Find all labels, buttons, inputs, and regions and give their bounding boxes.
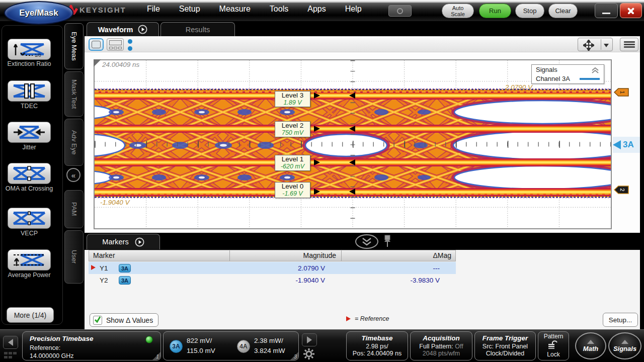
- level-name: Level 1: [275, 155, 310, 163]
- sidebar-tab-mask-test[interactable]: Mask Test: [64, 71, 84, 117]
- gear-icon[interactable]: [303, 348, 315, 360]
- menu-measure[interactable]: Measure: [219, 5, 251, 14]
- play-icon[interactable]: [135, 237, 144, 247]
- measurement-label: Average Power: [0, 272, 58, 279]
- sidebar-collapse-button[interactable]: «: [66, 168, 80, 182]
- level-value: 1.89 V: [275, 99, 310, 106]
- sidebar-tab-adv-eye[interactable]: Adv Eye: [64, 119, 84, 166]
- marker-row-y1[interactable]: Y1 3A 2.0790 V ---: [89, 262, 456, 274]
- stop-button[interactable]: Stop: [515, 4, 544, 18]
- jitter-button[interactable]: [8, 122, 51, 143]
- waveform-toolbar: [85, 36, 640, 52]
- signals-button[interactable]: Signals: [608, 332, 641, 359]
- measurement-label: OMA at Crossing: [0, 185, 58, 192]
- page-grid-icon[interactable]: [4, 352, 17, 359]
- frame-trigger-panel[interactable]: Frame Trigger Src: Front Panel Clock/Div…: [474, 331, 536, 360]
- camera-icon[interactable]: [388, 5, 412, 17]
- open-padlock-icon: [547, 340, 559, 349]
- oma-at-crossing-button[interactable]: [8, 163, 51, 184]
- marker-row-y2[interactable]: Y2 3A -1.9040 V -3.9830 V: [89, 274, 456, 286]
- more-measurements-button[interactable]: More (1/4): [7, 307, 54, 323]
- reference-note-label: = Reference: [355, 315, 389, 322]
- column-magnitude[interactable]: Magnitude: [230, 250, 342, 261]
- minimize-button[interactable]: [595, 3, 618, 18]
- channel-3a-offset: 115.0 mV: [187, 347, 215, 354]
- sidebar-tab-user[interactable]: User: [64, 230, 84, 284]
- show-delta-values-checkbox[interactable]: Show Δ Values: [90, 313, 158, 327]
- pan-tool-button[interactable]: [578, 38, 613, 51]
- frame-trigger-title: Frame Trigger: [475, 334, 535, 342]
- level-value: -1.69 V: [275, 190, 310, 197]
- hamburger-menu-button[interactable]: [620, 38, 638, 51]
- auto-scale-button[interactable]: Auto Scale: [442, 4, 474, 18]
- menu-setup[interactable]: Setup: [179, 5, 200, 14]
- sidebar-tab-pam[interactable]: PAM: [64, 190, 84, 228]
- play-icon[interactable]: [138, 25, 147, 34]
- drag-handle-dot-icon[interactable]: [128, 46, 132, 51]
- move-arrows-icon: [583, 40, 594, 51]
- column-marker[interactable]: Marker: [89, 250, 230, 261]
- status-nav-left-button[interactable]: [3, 336, 18, 349]
- average-power-button[interactable]: [8, 249, 51, 270]
- tab-results[interactable]: Results: [160, 22, 235, 36]
- level-marker-left-icon: [349, 93, 355, 99]
- tab-waveform[interactable]: Waveform: [87, 22, 159, 36]
- pin-button[interactable]: [382, 235, 392, 248]
- vecp-button[interactable]: [8, 208, 51, 229]
- panel-collapse-button[interactable]: [355, 234, 378, 249]
- oma-at-crossing-icon: [13, 166, 46, 181]
- marker-y1-value-label: 2.0790 V: [484, 83, 532, 91]
- channel-badge: 3A: [119, 276, 131, 285]
- math-label: Math: [583, 345, 598, 352]
- menu-tools[interactable]: Tools: [270, 5, 288, 14]
- pattern-lock-panel[interactable]: Pattern Lock: [538, 331, 569, 360]
- close-button[interactable]: [620, 3, 642, 18]
- markers-setup-button[interactable]: Setup...: [603, 313, 638, 327]
- single-view-button[interactable]: [89, 38, 104, 51]
- level-marker-left-icon: [349, 126, 355, 132]
- tdec-button[interactable]: [8, 80, 51, 102]
- column-dmag[interactable]: ΔMag: [342, 250, 455, 261]
- acquisition-panel[interactable]: Acquisition Full Pattern: Off 2048 pts/w…: [410, 331, 472, 360]
- menu-help[interactable]: Help: [345, 5, 362, 14]
- auto-scale-line2: Scale: [451, 11, 465, 17]
- reference-frequency: 14.000000 GHz: [30, 352, 74, 359]
- dropdown-arrow-icon[interactable]: [604, 44, 609, 47]
- split-view-button[interactable]: [107, 38, 124, 51]
- run-button[interactable]: Run: [479, 4, 511, 18]
- math-button[interactable]: Math: [575, 332, 606, 359]
- menu-apps[interactable]: Apps: [307, 5, 326, 14]
- app-mode-button[interactable]: Eye/Mask: [4, 1, 73, 25]
- level-marker-right-icon: [314, 93, 320, 99]
- precision-timebase-panel[interactable]: Precision Timebase Reference: 14.000000 …: [22, 331, 161, 360]
- extinction-ratio-button[interactable]: 1/0: [8, 39, 51, 60]
- marker-y2-handle[interactable]: 2: [614, 186, 629, 194]
- drag-handle-dot-icon[interactable]: [128, 39, 132, 44]
- signals-legend[interactable]: Signals Channel 3A: [531, 64, 604, 84]
- tab-markers[interactable]: Markers: [87, 234, 160, 249]
- plot-corner-wedge: [94, 59, 101, 67]
- up-triangle-icon: [587, 340, 594, 344]
- channels-panel[interactable]: 3A 822 mV/ 115.0 mV 4A 2.38 mW/ 3.824 mW…: [163, 331, 299, 360]
- marker-dmag: ---: [330, 264, 444, 272]
- legend-collapse-icon[interactable]: [591, 67, 600, 74]
- tab-results-label: Results: [186, 26, 210, 34]
- level-name: Level 0: [275, 183, 310, 190]
- measurement-label: TDEC: [0, 103, 58, 110]
- level-marker-right-icon: [314, 159, 320, 165]
- eye-diagram-plot[interactable]: [94, 59, 612, 229]
- status-nav-right-button[interactable]: [302, 333, 317, 346]
- level-name: Level 2: [275, 122, 310, 129]
- sidebar-tab-eye-meas[interactable]: Eye Meas: [64, 23, 84, 69]
- clear-button[interactable]: Clear: [548, 4, 578, 18]
- signals-label: Signals: [613, 345, 636, 352]
- level-value: 750 mV: [275, 129, 310, 136]
- precision-timebase-title: Precision Timebase: [30, 335, 94, 342]
- marker-y1-handle[interactable]: 1: [614, 88, 629, 97]
- channel-3a-handle[interactable]: 3A: [613, 137, 640, 153]
- channel-color-swatch: [580, 78, 600, 80]
- timebase-panel[interactable]: Timebase 2.98 ps/ Pos: 24.00409 ns: [346, 331, 408, 360]
- level0-annotation: Level 0 -1.69 V: [275, 182, 310, 198]
- menu-file[interactable]: File: [147, 5, 160, 14]
- channel-arrow-icon: [613, 140, 621, 149]
